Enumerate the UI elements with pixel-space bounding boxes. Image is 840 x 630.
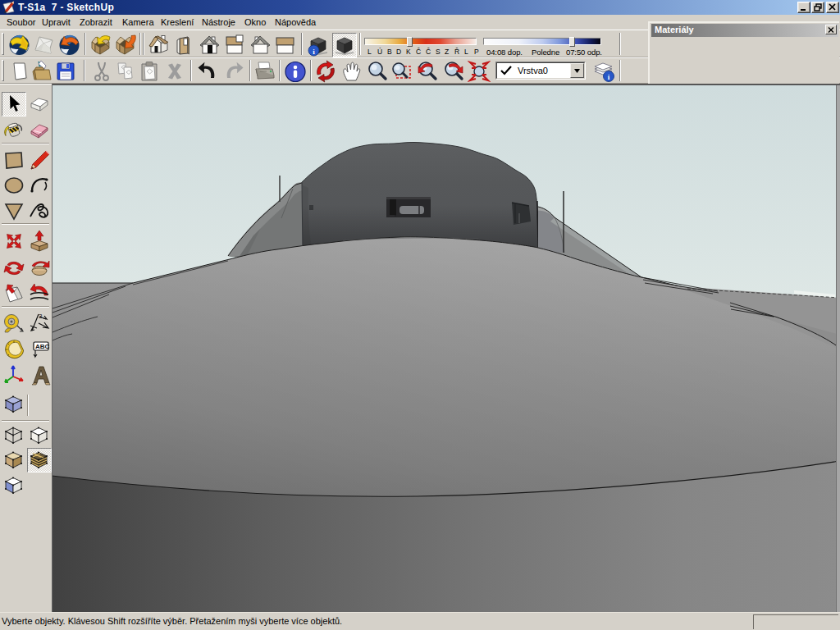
- svg-text:ABC: ABC: [35, 343, 50, 350]
- svg-text:3: 3: [39, 313, 43, 320]
